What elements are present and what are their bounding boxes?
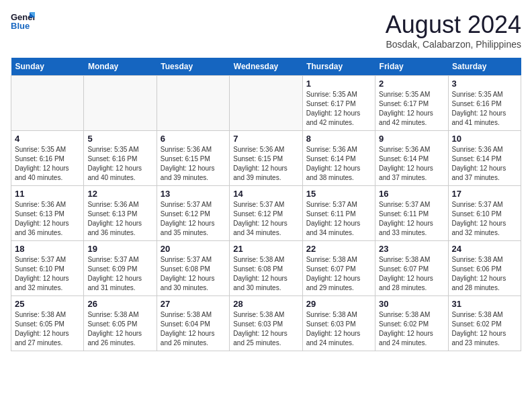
- day-info: Sunrise: 5:38 AMSunset: 6:06 PMDaylight:…: [452, 255, 517, 293]
- day-number: 23: [379, 244, 444, 254]
- calendar-cell: 9Sunrise: 5:36 AMSunset: 6:14 PMDaylight…: [375, 131, 448, 186]
- calendar-week-1: 1Sunrise: 5:35 AMSunset: 6:17 PMDaylight…: [11, 76, 521, 131]
- calendar-cell: 23Sunrise: 5:38 AMSunset: 6:07 PMDayligh…: [375, 241, 448, 296]
- col-saturday: Saturday: [448, 58, 521, 76]
- day-info: Sunrise: 5:38 AMSunset: 6:03 PMDaylight:…: [233, 310, 298, 348]
- day-number: 17: [452, 189, 517, 199]
- calendar-week-4: 18Sunrise: 5:37 AMSunset: 6:10 PMDayligh…: [11, 241, 521, 296]
- calendar-cell: 11Sunrise: 5:36 AMSunset: 6:13 PMDayligh…: [11, 186, 84, 241]
- day-info: Sunrise: 5:36 AMSunset: 6:14 PMDaylight:…: [452, 145, 517, 183]
- day-info: Sunrise: 5:35 AMSunset: 6:16 PMDaylight:…: [15, 145, 80, 183]
- calendar-cell: [11, 76, 84, 131]
- calendar-cell: 3Sunrise: 5:35 AMSunset: 6:16 PMDaylight…: [448, 76, 521, 131]
- calendar-cell: [230, 76, 302, 131]
- day-number: 9: [379, 134, 444, 144]
- day-info: Sunrise: 5:37 AMSunset: 6:10 PMDaylight:…: [15, 255, 80, 293]
- calendar-cell: 2Sunrise: 5:35 AMSunset: 6:17 PMDaylight…: [375, 76, 448, 131]
- day-number: 30: [379, 299, 444, 309]
- calendar-cell: 29Sunrise: 5:38 AMSunset: 6:03 PMDayligh…: [302, 296, 375, 351]
- day-number: 3: [452, 79, 517, 89]
- calendar-cell: 10Sunrise: 5:36 AMSunset: 6:14 PMDayligh…: [448, 131, 521, 186]
- day-info: Sunrise: 5:37 AMSunset: 6:12 PMDaylight:…: [161, 200, 226, 238]
- day-number: 5: [87, 134, 152, 144]
- day-info: Sunrise: 5:36 AMSunset: 6:13 PMDaylight:…: [87, 200, 152, 238]
- day-number: 28: [233, 299, 298, 309]
- day-number: 21: [233, 244, 298, 254]
- day-info: Sunrise: 5:36 AMSunset: 6:15 PMDaylight:…: [233, 145, 298, 183]
- calendar-cell: 24Sunrise: 5:38 AMSunset: 6:06 PMDayligh…: [448, 241, 521, 296]
- col-friday: Friday: [375, 58, 448, 76]
- calendar-cell: 13Sunrise: 5:37 AMSunset: 6:12 PMDayligh…: [157, 186, 229, 241]
- day-number: 12: [87, 189, 152, 199]
- calendar-cell: 26Sunrise: 5:38 AMSunset: 6:05 PMDayligh…: [84, 296, 157, 351]
- day-number: 7: [233, 134, 298, 144]
- day-info: Sunrise: 5:37 AMSunset: 6:09 PMDaylight:…: [87, 255, 152, 293]
- day-number: 15: [306, 189, 371, 199]
- day-number: 20: [161, 244, 226, 254]
- calendar-cell: 18Sunrise: 5:37 AMSunset: 6:10 PMDayligh…: [11, 241, 84, 296]
- day-number: 10: [452, 134, 517, 144]
- day-info: Sunrise: 5:38 AMSunset: 6:07 PMDaylight:…: [306, 255, 371, 293]
- day-info: Sunrise: 5:36 AMSunset: 6:14 PMDaylight:…: [379, 145, 444, 183]
- day-info: Sunrise: 5:38 AMSunset: 6:02 PMDaylight:…: [452, 310, 517, 348]
- page-header: General Blue August 2024 Bosdak, Calabar…: [11, 11, 521, 50]
- calendar-cell: 22Sunrise: 5:38 AMSunset: 6:07 PMDayligh…: [302, 241, 375, 296]
- col-sunday: Sunday: [11, 58, 84, 76]
- day-info: Sunrise: 5:38 AMSunset: 6:07 PMDaylight:…: [379, 255, 444, 293]
- day-number: 1: [306, 79, 371, 89]
- day-info: Sunrise: 5:38 AMSunset: 6:03 PMDaylight:…: [306, 310, 371, 348]
- calendar-cell: 17Sunrise: 5:37 AMSunset: 6:10 PMDayligh…: [448, 186, 521, 241]
- calendar-cell: 7Sunrise: 5:36 AMSunset: 6:15 PMDaylight…: [230, 131, 302, 186]
- day-info: Sunrise: 5:37 AMSunset: 6:11 PMDaylight:…: [306, 200, 371, 238]
- calendar-week-5: 25Sunrise: 5:38 AMSunset: 6:05 PMDayligh…: [11, 296, 521, 351]
- day-number: 8: [306, 134, 371, 144]
- day-info: Sunrise: 5:38 AMSunset: 6:05 PMDaylight:…: [15, 310, 80, 348]
- day-info: Sunrise: 5:37 AMSunset: 6:12 PMDaylight:…: [233, 200, 298, 238]
- day-info: Sunrise: 5:35 AMSunset: 6:16 PMDaylight:…: [452, 90, 517, 128]
- calendar-week-2: 4Sunrise: 5:35 AMSunset: 6:16 PMDaylight…: [11, 131, 521, 186]
- calendar-cell: 28Sunrise: 5:38 AMSunset: 6:03 PMDayligh…: [230, 296, 302, 351]
- day-info: Sunrise: 5:36 AMSunset: 6:15 PMDaylight:…: [161, 145, 226, 183]
- day-number: 31: [452, 299, 517, 309]
- calendar-cell: 19Sunrise: 5:37 AMSunset: 6:09 PMDayligh…: [84, 241, 157, 296]
- svg-text:Blue: Blue: [11, 21, 30, 31]
- day-number: 22: [306, 244, 371, 254]
- day-number: 6: [161, 134, 226, 144]
- day-number: 14: [233, 189, 298, 199]
- day-info: Sunrise: 5:37 AMSunset: 6:08 PMDaylight:…: [161, 255, 226, 293]
- day-info: Sunrise: 5:37 AMSunset: 6:11 PMDaylight:…: [379, 200, 444, 238]
- calendar-cell: 27Sunrise: 5:38 AMSunset: 6:04 PMDayligh…: [157, 296, 229, 351]
- calendar-cell: 20Sunrise: 5:37 AMSunset: 6:08 PMDayligh…: [157, 241, 229, 296]
- day-number: 13: [161, 189, 226, 199]
- day-number: 26: [87, 299, 152, 309]
- day-info: Sunrise: 5:38 AMSunset: 6:02 PMDaylight:…: [379, 310, 444, 348]
- day-info: Sunrise: 5:35 AMSunset: 6:17 PMDaylight:…: [306, 90, 371, 128]
- day-number: 29: [306, 299, 371, 309]
- calendar-cell: 30Sunrise: 5:38 AMSunset: 6:02 PMDayligh…: [375, 296, 448, 351]
- calendar-cell: 4Sunrise: 5:35 AMSunset: 6:16 PMDaylight…: [11, 131, 84, 186]
- month-title: August 2024: [386, 11, 521, 39]
- calendar-cell: 8Sunrise: 5:36 AMSunset: 6:14 PMDaylight…: [302, 131, 375, 186]
- day-info: Sunrise: 5:38 AMSunset: 6:08 PMDaylight:…: [233, 255, 298, 293]
- calendar-cell: 1Sunrise: 5:35 AMSunset: 6:17 PMDaylight…: [302, 76, 375, 131]
- calendar-cell: 6Sunrise: 5:36 AMSunset: 6:15 PMDaylight…: [157, 131, 229, 186]
- day-info: Sunrise: 5:36 AMSunset: 6:14 PMDaylight:…: [306, 145, 371, 183]
- day-info: Sunrise: 5:38 AMSunset: 6:04 PMDaylight:…: [161, 310, 226, 348]
- day-number: 2: [379, 79, 444, 89]
- day-number: 18: [15, 244, 80, 254]
- header-row: Sunday Monday Tuesday Wednesday Thursday…: [11, 58, 521, 76]
- col-wednesday: Wednesday: [230, 58, 302, 76]
- calendar-cell: 21Sunrise: 5:38 AMSunset: 6:08 PMDayligh…: [230, 241, 302, 296]
- day-number: 27: [161, 299, 226, 309]
- subtitle: Bosdak, Calabarzon, Philippines: [386, 39, 521, 50]
- calendar-week-3: 11Sunrise: 5:36 AMSunset: 6:13 PMDayligh…: [11, 186, 521, 241]
- day-info: Sunrise: 5:37 AMSunset: 6:10 PMDaylight:…: [452, 200, 517, 238]
- day-info: Sunrise: 5:36 AMSunset: 6:13 PMDaylight:…: [15, 200, 80, 238]
- calendar-cell: [157, 76, 229, 131]
- col-tuesday: Tuesday: [157, 58, 229, 76]
- logo: General Blue: [11, 11, 35, 31]
- day-number: 4: [15, 134, 80, 144]
- logo-icon: General Blue: [11, 11, 35, 31]
- calendar-cell: 14Sunrise: 5:37 AMSunset: 6:12 PMDayligh…: [230, 186, 302, 241]
- day-number: 24: [452, 244, 517, 254]
